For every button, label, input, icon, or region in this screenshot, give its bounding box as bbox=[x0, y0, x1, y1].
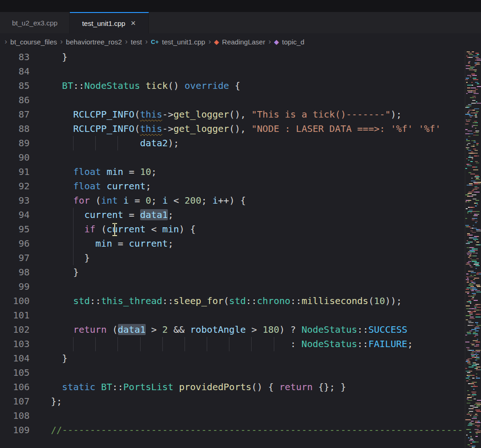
code-line[interactable]: 98 } bbox=[0, 265, 462, 280]
line-number[interactable]: 99 bbox=[0, 280, 51, 294]
token: ); bbox=[168, 137, 179, 149]
code-line[interactable]: 99 bbox=[0, 280, 462, 294]
code-text bbox=[51, 366, 462, 380]
token: 180 bbox=[263, 324, 279, 335]
token: std bbox=[229, 295, 246, 306]
code-line[interactable]: 90 bbox=[0, 150, 462, 165]
line-number[interactable]: 108 bbox=[0, 409, 51, 423]
code-line[interactable]: 107}; bbox=[0, 394, 462, 409]
line-number[interactable]: 109 bbox=[0, 423, 51, 437]
indent-guide bbox=[73, 337, 74, 351]
line-number[interactable]: 93 bbox=[0, 193, 51, 208]
token: { bbox=[229, 80, 240, 91]
breadcrumb-item[interactable]: test bbox=[131, 38, 142, 46]
token: chrono bbox=[257, 295, 290, 306]
editor[interactable]: 83 }8485 BT::NodeStatus tick() override … bbox=[0, 50, 481, 448]
code-line[interactable]: 106 static BT::PortsList providedPorts()… bbox=[0, 380, 462, 394]
code-line[interactable]: 95 if (current < min) { bbox=[0, 222, 462, 236]
close-icon[interactable]: × bbox=[130, 19, 137, 27]
breadcrumb-item[interactable]: behaviortree_ros2 bbox=[66, 38, 122, 46]
code-line[interactable]: 85 BT::NodeStatus tick() override { bbox=[0, 79, 462, 93]
token bbox=[51, 109, 73, 120]
breadcrumb-item[interactable]: bt_course_files bbox=[10, 38, 57, 46]
code-line[interactable]: 94 current = data1; bbox=[0, 208, 462, 222]
line-number[interactable]: 86 bbox=[0, 93, 51, 107]
token: :: bbox=[73, 80, 84, 91]
code-line[interactable]: 88 RCLCPP_INFO(this->get_logger(), "NODE… bbox=[0, 122, 462, 136]
line-number[interactable]: 101 bbox=[0, 308, 51, 323]
code-line[interactable]: 92 float current; bbox=[0, 179, 462, 193]
code-line[interactable]: 109//-----------------------------------… bbox=[0, 423, 462, 437]
line-number[interactable]: 94 bbox=[0, 208, 51, 222]
line-number[interactable]: 88 bbox=[0, 122, 51, 136]
tab-bt_u2_ex3[interactable]: bt_u2_ex3.cpp bbox=[0, 12, 70, 33]
code-line[interactable]: 91 float min = 10; bbox=[0, 165, 462, 179]
line-number[interactable]: 103 bbox=[0, 337, 51, 351]
line-number[interactable]: 97 bbox=[0, 251, 51, 265]
code-text: float min = 10; bbox=[51, 165, 462, 179]
token: current bbox=[106, 180, 145, 192]
code-text bbox=[51, 409, 462, 423]
line-number[interactable]: 89 bbox=[0, 136, 51, 150]
token: data2 bbox=[140, 137, 168, 149]
tab-test_unit1[interactable]: test_unit1.cpp × bbox=[70, 12, 149, 33]
code-area[interactable]: 83 }8485 BT::NodeStatus tick() override … bbox=[0, 50, 462, 448]
code-line[interactable]: 86 bbox=[0, 93, 462, 107]
line-number[interactable]: 95 bbox=[0, 222, 51, 236]
line-number[interactable]: 102 bbox=[0, 323, 51, 337]
line-number[interactable]: 105 bbox=[0, 366, 51, 380]
code-line[interactable]: 83 } bbox=[0, 50, 462, 64]
token: BT bbox=[62, 80, 73, 91]
line-number[interactable]: 90 bbox=[0, 150, 51, 165]
indent-guide bbox=[73, 251, 74, 265]
code-text bbox=[51, 308, 462, 323]
code-line[interactable]: 89 data2); bbox=[0, 136, 462, 150]
code-line[interactable]: 108 bbox=[0, 409, 462, 423]
code-line[interactable]: 87 RCLCPP_INFO(this->get_logger(), "This… bbox=[0, 107, 462, 122]
breadcrumb-item[interactable]: ReadingLaser bbox=[222, 38, 265, 46]
token: 2 bbox=[162, 324, 168, 335]
code-line[interactable]: 102 return (data1 > 2 && robotAngle > 18… bbox=[0, 323, 462, 337]
indent-guide bbox=[207, 337, 207, 351]
code-line[interactable]: 101 bbox=[0, 308, 462, 323]
line-number[interactable]: 87 bbox=[0, 107, 51, 122]
token: } bbox=[51, 267, 79, 278]
line-number[interactable]: 106 bbox=[0, 380, 51, 394]
token bbox=[51, 195, 73, 206]
token: milliseconds bbox=[302, 295, 369, 306]
line-number[interactable]: 84 bbox=[0, 64, 51, 79]
token: : bbox=[51, 338, 302, 349]
line-number[interactable]: 107 bbox=[0, 394, 51, 409]
line-number[interactable]: 92 bbox=[0, 179, 51, 193]
token: && bbox=[168, 324, 190, 335]
indent-guide bbox=[274, 337, 274, 351]
token bbox=[51, 123, 73, 134]
line-number[interactable]: 85 bbox=[0, 79, 51, 93]
breadcrumb-item[interactable]: test_unit1.cpp bbox=[162, 38, 205, 46]
code-line[interactable]: 97 } bbox=[0, 251, 462, 265]
line-number[interactable]: 100 bbox=[0, 294, 51, 308]
minimap[interactable] bbox=[465, 50, 481, 448]
line-number[interactable]: 98 bbox=[0, 265, 51, 280]
line-number[interactable]: 96 bbox=[0, 236, 51, 251]
token: > bbox=[246, 324, 263, 335]
token: if bbox=[84, 224, 95, 235]
code-line[interactable]: 104 } bbox=[0, 351, 462, 366]
breadcrumb: ›bt_course_files›behaviortree_ros2›test›… bbox=[0, 33, 481, 50]
code-line[interactable]: 84 bbox=[0, 64, 462, 79]
line-number[interactable]: 104 bbox=[0, 351, 51, 366]
code-line[interactable]: 96 min = current; bbox=[0, 236, 462, 251]
line-number[interactable]: 83 bbox=[0, 50, 51, 64]
token: min bbox=[162, 224, 179, 235]
token bbox=[51, 166, 73, 177]
code-text: : NodeStatus::FAILURE; bbox=[51, 337, 462, 351]
indent-guide bbox=[73, 236, 74, 251]
breadcrumb-item[interactable]: topic_d bbox=[282, 38, 304, 46]
indent-guide bbox=[251, 337, 252, 351]
line-number[interactable]: 91 bbox=[0, 165, 51, 179]
code-line[interactable]: 103 : NodeStatus::FAILURE; bbox=[0, 337, 462, 351]
code-line[interactable]: 100 std::this_thread::sleep_for(std::chr… bbox=[0, 294, 462, 308]
code-line[interactable]: 93 for (int i = 0; i < 200; i++) { bbox=[0, 193, 462, 208]
code-text: //--------------------------------------… bbox=[51, 423, 462, 437]
code-line[interactable]: 105 bbox=[0, 366, 462, 380]
